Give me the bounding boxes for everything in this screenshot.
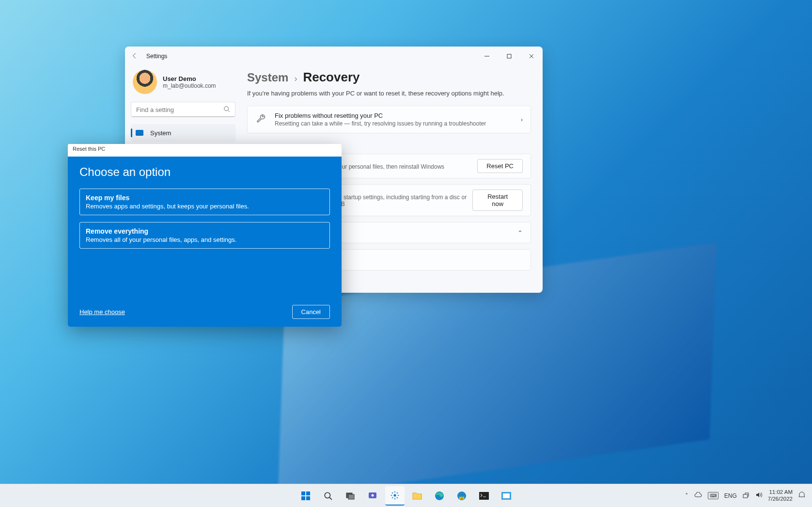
- svg-rect-0: [507, 54, 511, 58]
- search-icon: [223, 106, 230, 114]
- svg-rect-3: [306, 491, 310, 495]
- dialog-title: Reset this PC: [68, 144, 342, 157]
- profile-name: User Demo: [163, 75, 216, 82]
- reset-pc-dialog: Reset this PC Choose an option Keep my f…: [68, 144, 342, 327]
- option-title: Keep my files: [86, 194, 324, 202]
- cancel-button[interactable]: Cancel: [292, 305, 330, 319]
- minimize-button[interactable]: [476, 47, 498, 66]
- app-icon[interactable]: [497, 486, 516, 506]
- search-box[interactable]: [131, 102, 235, 117]
- taskbar-right: ˄ ⌨ ENG 11:02 AM 7/26/2022: [685, 489, 812, 503]
- back-button[interactable]: [125, 52, 144, 61]
- dialog-body: Choose an option Keep my files Removes a…: [68, 157, 342, 327]
- sidebar-item-system[interactable]: System: [131, 124, 235, 142]
- sidebar-item-label: System: [150, 129, 171, 137]
- search-input[interactable]: [136, 106, 223, 113]
- onedrive-icon[interactable]: [694, 492, 702, 499]
- svg-rect-2: [301, 491, 305, 495]
- breadcrumb-parent[interactable]: System: [247, 71, 288, 84]
- svg-rect-5: [306, 496, 310, 500]
- wrench-icon: [255, 113, 267, 126]
- svg-rect-19: [743, 494, 748, 498]
- clock-date: 7/26/2022: [768, 496, 793, 503]
- svg-point-1: [224, 106, 229, 111]
- option-remove-everything[interactable]: Remove everything Removes all of your pe…: [79, 222, 330, 249]
- svg-rect-16: [479, 492, 489, 500]
- card-desc: …our personal files, then reinstall Wind…: [333, 163, 444, 170]
- edge-icon[interactable]: [430, 486, 449, 506]
- profile-block[interactable]: User Demo m_lab@outlook.com: [131, 66, 235, 102]
- window-title: Settings: [146, 53, 167, 60]
- file-explorer-icon[interactable]: [407, 486, 427, 506]
- card-title: Fix problems without resetting your PC: [275, 112, 486, 119]
- dialog-heading: Choose an option: [79, 165, 330, 179]
- terminal-icon[interactable]: [474, 486, 494, 506]
- chevron-right-icon: ›: [521, 116, 523, 123]
- taskbar-center: CAN: [296, 486, 516, 506]
- card-fix-problems[interactable]: Fix problems without resetting your PC R…: [247, 106, 531, 133]
- avatar: [133, 70, 157, 94]
- system-icon: [136, 130, 143, 136]
- titlebar: Settings: [125, 47, 543, 66]
- svg-point-10: [372, 494, 374, 496]
- task-view-icon[interactable]: [341, 486, 360, 506]
- card-desc: Resetting can take a while — first, try …: [275, 120, 486, 127]
- chevron-up-icon: ⌃: [517, 229, 523, 237]
- volume-icon[interactable]: [755, 491, 762, 500]
- svg-text:CAN: CAN: [460, 497, 464, 499]
- svg-point-11: [394, 494, 396, 496]
- language-indicator[interactable]: ENG: [724, 492, 737, 499]
- help-me-choose-link[interactable]: Help me choose: [79, 308, 125, 316]
- start-button[interactable]: [296, 486, 315, 506]
- network-icon[interactable]: [743, 491, 750, 500]
- option-desc: Removes apps and settings, but keeps you…: [86, 203, 324, 210]
- tray-chevron-icon[interactable]: ˄: [685, 492, 688, 499]
- chat-icon[interactable]: [363, 486, 382, 506]
- page-subtext: If you're having problems with your PC o…: [247, 90, 531, 97]
- breadcrumb: System › Recovery: [247, 70, 531, 85]
- maximize-button[interactable]: [498, 47, 520, 66]
- breadcrumb-current: Recovery: [303, 70, 359, 85]
- search-taskbar-icon[interactable]: [318, 486, 338, 506]
- dialog-footer: Help me choose Cancel: [79, 305, 330, 319]
- notifications-icon[interactable]: [798, 491, 805, 500]
- settings-taskbar-icon[interactable]: [385, 486, 405, 506]
- keyboard-icon[interactable]: ⌨: [708, 492, 718, 499]
- option-keep-my-files[interactable]: Keep my files Removes apps and settings,…: [79, 189, 330, 215]
- reset-pc-button[interactable]: Reset PC: [477, 159, 523, 173]
- restart-now-button[interactable]: Restart now: [472, 190, 523, 211]
- window-controls: [476, 47, 543, 66]
- option-title: Remove everything: [86, 227, 324, 235]
- clock[interactable]: 11:02 AM 7/26/2022: [768, 489, 793, 503]
- active-indicator: [131, 128, 132, 137]
- clock-time: 11:02 AM: [768, 489, 793, 496]
- svg-rect-4: [301, 496, 305, 500]
- taskbar: CAN ˄ ⌨ ENG 11:02 AM 7/26/2022: [0, 484, 812, 507]
- option-desc: Removes all of your personal files, apps…: [86, 236, 324, 243]
- profile-email: m_lab@outlook.com: [163, 82, 216, 89]
- svg-rect-18: [503, 493, 510, 498]
- svg-point-6: [325, 492, 330, 498]
- svg-rect-8: [348, 494, 354, 499]
- close-button[interactable]: [520, 47, 543, 66]
- chevron-right-icon: ›: [294, 74, 297, 84]
- edge-canary-icon[interactable]: CAN: [452, 486, 471, 506]
- card-desc: …e startup settings, including starting …: [333, 194, 472, 207]
